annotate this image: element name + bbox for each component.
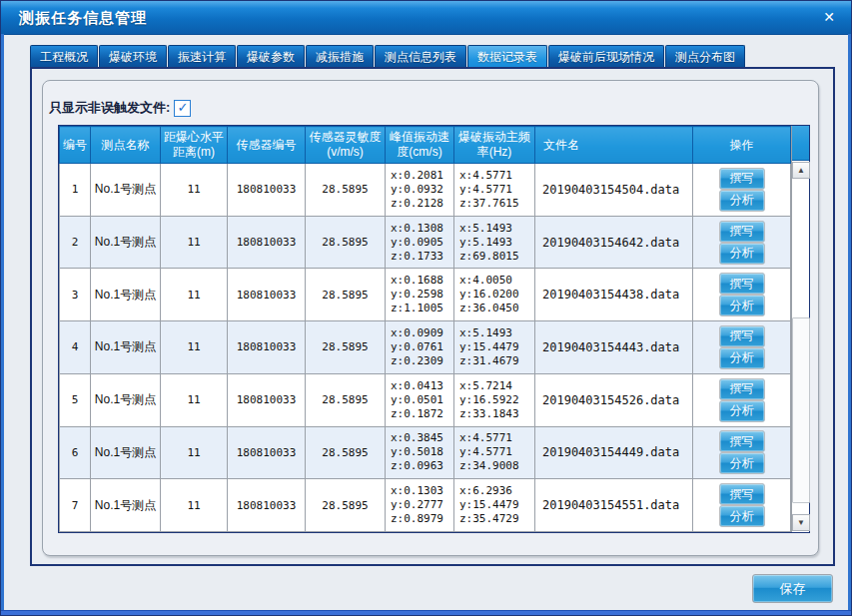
sensitivity: 28.5895 xyxy=(306,479,386,532)
sensitivity: 28.5895 xyxy=(306,216,386,269)
column-header: 测点名称 xyxy=(91,127,161,164)
compose-button[interactable]: 撰写 xyxy=(719,483,765,505)
page-title: 测振任务信息管理 xyxy=(19,1,147,34)
tab-6[interactable]: 数据记录表 xyxy=(467,45,547,69)
filter-row: 只显示非误触发文件: ✓ xyxy=(49,99,191,117)
file-name: 20190403154504.data xyxy=(535,164,693,217)
compose-button[interactable]: 撰写 xyxy=(719,325,765,347)
compose-button[interactable]: 撰写 xyxy=(719,430,765,452)
analyze-button[interactable]: 分析 xyxy=(719,505,765,527)
tab-0[interactable]: 工程概况 xyxy=(30,45,98,68)
table-row: 6No.1号测点1118081003328.5895x:0.3845 y:0.5… xyxy=(60,426,791,479)
table-row: 7No.1号测点1118081003328.5895x:0.1303 y:0.2… xyxy=(60,479,791,532)
table-row: 3No.1号测点1118081003328.5895x:0.1688 y:0.2… xyxy=(60,269,791,321)
dialog-bottom-edge xyxy=(1,610,852,616)
peak-velocity: x:0.1303 y:0.2777 z:0.8979 xyxy=(386,479,454,532)
sensitivity: 28.5895 xyxy=(306,164,386,217)
row-number: 4 xyxy=(60,321,91,374)
distance: 11 xyxy=(161,426,228,479)
analyze-button[interactable]: 分析 xyxy=(719,452,765,474)
tab-4[interactable]: 减振措施 xyxy=(306,45,374,68)
sensor-id: 180810033 xyxy=(228,426,306,479)
sensor-id: 180810033 xyxy=(228,164,306,217)
close-icon[interactable]: ✕ xyxy=(819,7,839,27)
sensor-id: 180810033 xyxy=(228,373,306,426)
distance: 11 xyxy=(161,479,228,532)
sensitivity: 28.5895 xyxy=(306,321,386,374)
point-name: No.1号测点 xyxy=(91,373,161,426)
row-number: 6 xyxy=(60,426,91,479)
table-row: 2No.1号测点1118081003328.5895x:0.1308 y:0.0… xyxy=(60,216,791,269)
analyze-button[interactable]: 分析 xyxy=(719,347,765,369)
row-number: 2 xyxy=(60,216,91,269)
main-frequency: x:5.1493 y:5.1493 z:69.8015 xyxy=(454,216,535,269)
sensitivity: 28.5895 xyxy=(306,269,386,321)
tab-3[interactable]: 爆破参数 xyxy=(237,45,305,68)
compose-button[interactable]: 撰写 xyxy=(719,273,765,295)
point-name: No.1号测点 xyxy=(91,216,161,269)
row-number: 3 xyxy=(60,269,91,321)
actions-cell: 撰写分析 xyxy=(693,321,791,374)
peak-velocity: x:0.0413 y:0.0501 z:0.1872 xyxy=(386,373,454,426)
tab-bar: 工程概况爆破环境振速计算爆破参数减振措施测点信息列表数据记录表爆破前后现场情况测… xyxy=(30,45,746,68)
point-name: No.1号测点 xyxy=(91,426,161,479)
actions-cell: 撰写分析 xyxy=(693,373,791,426)
column-header: 操作 xyxy=(693,127,791,164)
table-row: 4No.1号测点1118081003328.5895x:0.0909 y:0.0… xyxy=(60,321,791,374)
table-row: 5No.1号测点1118081003328.5895x:0.0413 y:0.0… xyxy=(60,373,791,426)
distance: 11 xyxy=(161,321,228,374)
column-header: 距爆心水平距离(m) xyxy=(161,127,228,164)
scrollbar-header-cap xyxy=(792,126,809,161)
main-frequency: x:6.2936 y:15.4479 z:35.4729 xyxy=(454,479,535,532)
tab-5[interactable]: 测点信息列表 xyxy=(375,45,466,68)
main-frequency: x:4.5771 y:4.5771 z:34.9008 xyxy=(454,426,535,479)
filter-label: 只显示非误触发文件: xyxy=(49,99,170,117)
file-name: 20190403154443.data xyxy=(535,321,693,374)
distance: 11 xyxy=(161,216,228,269)
sensor-id: 180810033 xyxy=(228,269,306,321)
analyze-button[interactable]: 分析 xyxy=(719,400,765,422)
column-header: 编号 xyxy=(60,127,91,164)
table-header-row: 编号测点名称距爆心水平距离(m)传感器编号传感器灵敏度(v/m/s)峰值振动速度… xyxy=(60,127,791,164)
actions-cell: 撰写分析 xyxy=(693,479,791,532)
main-frequency: x:4.5771 y:4.5771 z:37.7615 xyxy=(454,164,535,217)
title-bar: 测振任务信息管理 ✕ xyxy=(1,1,852,35)
actions-cell: 撰写分析 xyxy=(693,426,791,479)
non-false-trigger-checkbox[interactable]: ✓ xyxy=(174,100,191,117)
column-header: 峰值振动速度(cm/s) xyxy=(386,127,454,164)
file-name: 20190403154438.data xyxy=(535,269,693,321)
table-body: 1No.1号测点1118081003328.5895x:0.2081 y:0.0… xyxy=(60,164,791,532)
analyze-button[interactable]: 分析 xyxy=(719,295,765,316)
scroll-up-icon[interactable]: ▲ xyxy=(792,162,810,179)
analyze-button[interactable]: 分析 xyxy=(719,190,765,212)
column-header: 文件名 xyxy=(535,127,693,164)
scroll-down-icon[interactable]: ▼ xyxy=(792,514,810,531)
file-name: 20190403154551.data xyxy=(535,479,693,532)
compose-button[interactable]: 撰写 xyxy=(719,221,765,243)
sensitivity: 28.5895 xyxy=(306,373,386,426)
sensitivity: 28.5895 xyxy=(306,426,386,479)
scrollbar-thumb[interactable] xyxy=(792,317,810,503)
compose-button[interactable]: 撰写 xyxy=(719,168,765,190)
dialog-left-edge xyxy=(1,34,4,610)
distance: 11 xyxy=(161,373,228,426)
actions-cell: 撰写分析 xyxy=(693,216,791,269)
tab-2[interactable]: 振速计算 xyxy=(168,45,236,68)
actions-cell: 撰写分析 xyxy=(693,164,791,217)
peak-velocity: x:0.3845 y:0.5018 z:0.0963 xyxy=(386,426,454,479)
file-name: 20190403154642.data xyxy=(535,216,693,269)
compose-button[interactable]: 撰写 xyxy=(719,378,765,400)
save-button[interactable]: 保存 xyxy=(752,574,833,603)
peak-velocity: x:0.1308 y:0.0905 z:0.1733 xyxy=(386,216,454,269)
vertical-scrollbar[interactable]: ▲ ▼ xyxy=(791,126,809,532)
tab-7[interactable]: 爆破前后现场情况 xyxy=(548,45,664,68)
main-frequency: x:5.7214 y:16.5922 z:33.1843 xyxy=(454,373,535,426)
tab-8[interactable]: 测点分布图 xyxy=(665,45,745,68)
sensor-id: 180810033 xyxy=(228,216,306,269)
peak-velocity: x:0.2081 y:0.0932 z:0.2128 xyxy=(386,164,454,217)
distance: 11 xyxy=(161,164,228,217)
analyze-button[interactable]: 分析 xyxy=(719,243,765,265)
column-header: 传感器灵敏度(v/m/s) xyxy=(306,127,386,164)
tab-1[interactable]: 爆破环境 xyxy=(99,45,167,68)
peak-velocity: x:0.0909 y:0.0761 z:0.2309 xyxy=(386,321,454,374)
